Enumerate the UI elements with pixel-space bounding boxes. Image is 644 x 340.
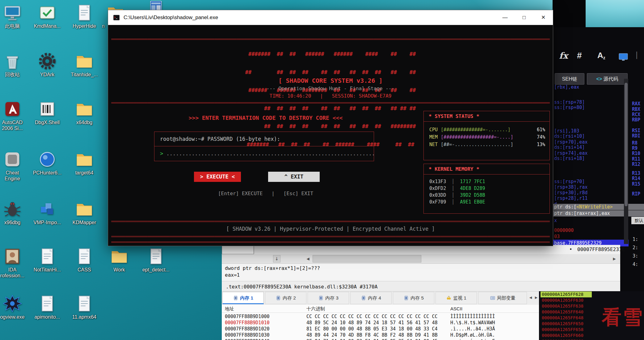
stack-row[interactable]: 000000A1265FF648: [541, 315, 592, 321]
stack-row[interactable]: 000000A1265FF630: [541, 297, 592, 303]
stack-row[interactable]: 000000A1265FF640: [541, 309, 592, 315]
register-label: RDI: [632, 133, 640, 139]
system-status-panel: * SYSTEM STATUS * CPU[##############=-..…: [423, 111, 550, 160]
disasm-operand: ds:[rsi+14]: [554, 145, 585, 150]
close-button[interactable]: ✕: [534, 10, 553, 25]
register-label: R10: [632, 151, 640, 156]
tab-memory-1[interactable]: 内存 1: [222, 292, 264, 304]
exit-button[interactable]: ^ EXIT: [268, 172, 320, 182]
breakpoint-dot-icon: •: [569, 245, 572, 254]
disasm-goto-box[interactable]: [222, 245, 254, 254]
shadow-panel-window: C:\Users\Liv\Desktop\shadow_panel.exe — …: [108, 10, 553, 246]
console-icon: [113, 14, 120, 21]
input-prompt: >: [160, 150, 163, 157]
system-status-title: * SYSTEM STATUS *: [424, 111, 549, 122]
mem-gauge: MEM[##################=-....]74%: [424, 133, 549, 141]
locals-icon: [490, 295, 495, 301]
tab-source-code[interactable]: <> 源代码: [587, 73, 628, 85]
disasm-address-fragment: 0000000: [554, 228, 574, 233]
password-label: root@shadow:~# PASSWORD (16-byte hex):: [154, 132, 374, 146]
disasm-address-fragment: 03: [554, 234, 560, 239]
stack-row[interactable]: 000000A1265FF650: [541, 321, 592, 327]
net-gauge: NET[##=-....................]13%: [424, 141, 549, 148]
scroll-down-button[interactable]: ↓: [273, 255, 280, 262]
disasm-operand: [rsp+38],rax: [554, 184, 587, 190]
register-label: R13: [632, 170, 640, 176]
register-label: RBX: [632, 107, 640, 112]
display-settings-icon[interactable]: [617, 52, 629, 62]
arg-row: 4:: [633, 262, 638, 267]
kernel-memory-row: 0x03DD │ 39D2 D58B: [424, 192, 549, 199]
font-size-icon[interactable]: Az: [597, 51, 605, 60]
register-label: RCX: [632, 112, 640, 117]
time-session-line: TIME: 10:46:20 | SESSION: SHADOW-E7A9: [108, 93, 553, 99]
terminal-content: ════════════════════════════════════════…: [108, 25, 553, 246]
register-label: R9: [632, 145, 638, 151]
memory-chip-icon: [276, 295, 281, 301]
scroll-right-button[interactable]: ▶: [611, 254, 618, 263]
disasm-operand: ds:[rsi+10]: [554, 133, 585, 139]
disasm-operand: x: [554, 218, 557, 223]
separator-line: ════════════════════════════════════════…: [111, 219, 550, 224]
stack-row[interactable]: 000000A1265FF660: [541, 333, 592, 338]
stack-row[interactable]: 000000A1265FF668: [541, 338, 592, 340]
execute-button[interactable]: > EXECUTE <: [194, 172, 241, 182]
footer-status-line: [ SHADOW v3.26 | Hypervisor-Protected | …: [108, 226, 553, 232]
register-label: R14: [632, 176, 640, 181]
tab-memory-4[interactable]: 内存 4: [350, 292, 392, 304]
memory-chip-icon: [233, 295, 238, 301]
minimize-button[interactable]: —: [495, 10, 515, 25]
tab-locals[interactable]: 局部变量: [478, 292, 527, 304]
register-label: RAX: [632, 101, 640, 107]
register-label: RBP: [632, 117, 640, 123]
tab-memory-5[interactable]: 内存 5: [393, 292, 434, 304]
highlight-function-icon[interactable]: fx: [559, 51, 568, 61]
stack-row[interactable]: 000000A1265FF658: [541, 327, 592, 333]
toolbar-separator: |: [636, 50, 638, 60]
enter-code-prompt: >>> ENTER TERMINATION CODE TO DESTROY CO…: [108, 115, 423, 121]
memory-chip-icon: [318, 295, 324, 301]
register-label: R11: [632, 156, 640, 162]
operation-subtitle: --- Operation Shadow Hunt - Final Stage …: [108, 86, 553, 92]
separator-line: ════════════════════════════════════════…: [111, 100, 550, 106]
register-label: RSI: [632, 128, 640, 133]
title-bar[interactable]: C:\Users\Liv\Desktop\shadow_panel.exe — …: [108, 10, 553, 25]
input-dots: ........................................…: [166, 150, 374, 157]
password-input[interactable]: > ......................................…: [154, 146, 374, 161]
disasm-highlighted-row[interactable]: ptr ds:[rax+rax],eax: [553, 210, 644, 216]
tabs-scroll-left-button[interactable]: ◀: [528, 293, 533, 302]
window-title: C:\Users\Liv\Desktop\shadow_panel.exe: [124, 10, 218, 25]
register-label: R8: [632, 140, 638, 146]
memory-column-header: ASCII: [450, 306, 462, 311]
stack-row[interactable]: 000000A1265FF638: [541, 303, 592, 309]
memory-column-header: 十六进制: [306, 306, 325, 312]
tab-memory-3[interactable]: 内存 3: [308, 292, 349, 304]
hash-labels-icon[interactable]: #: [577, 51, 582, 61]
header-divider: [222, 313, 539, 313]
disasm-highlighted-row[interactable]: ptr ds:[<NtWriteFile>: [553, 204, 644, 210]
cpu-gauge: CPU[##############=-.......]61%: [424, 126, 549, 133]
disasm-info-pane: dword ptr ds:[rax+rax*1]=[2]=??? eax=1: [222, 263, 620, 281]
api-name: <NtWriteFile>: [576, 204, 612, 210]
scroll-left-button[interactable]: ◀: [305, 254, 311, 263]
tabs-scroll-right-button[interactable]: ▶: [534, 293, 539, 302]
disasm-address: 00007FF8895E231E: [577, 245, 625, 254]
watch-icon: [446, 295, 452, 301]
code-brackets-icon: <>: [596, 76, 602, 82]
stack-row-selected[interactable]: 000000A1265FF628: [541, 292, 592, 297]
disasm-current-row[interactable]: • 00007FF8895E231E | 8BC8 | mov ecx,eax: [254, 245, 620, 254]
kernel-memory-row: 0xF709 │ A9E1 EB0E: [424, 199, 549, 205]
kanxue-watermark: 看雪: [602, 306, 644, 328]
info-line: dword ptr ds:[rax+rax*1]=[2]=???: [225, 265, 320, 271]
desktop: 此电脑 KmdMana... HyperHide n 回收站 YDArk Tit…: [0, 0, 644, 340]
disasm-scrollbar-thumb[interactable]: [625, 83, 628, 206]
separator-line: ════════════════════════════════════════…: [111, 239, 550, 245]
hscrollbar-thumb[interactable]: [313, 255, 421, 262]
tab-memory-2[interactable]: 内存 2: [265, 292, 306, 304]
tab-seh-chain[interactable]: SEH链: [555, 73, 584, 85]
separator-line: ════════════════════════════════════════…: [111, 234, 550, 239]
disasm-status-bar: .text:00007FF8895E230A kernelbase.dll:$3…: [222, 281, 620, 291]
tab-watch-1[interactable]: 监视 1: [436, 292, 477, 304]
maximize-button[interactable]: □: [515, 10, 534, 25]
calling-convention-dropdown[interactable]: 默认: [631, 217, 644, 224]
